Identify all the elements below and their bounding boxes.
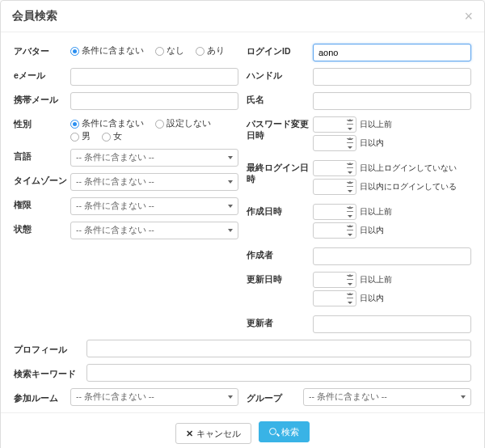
lastlogin-before-spinner[interactable] <box>313 160 356 176</box>
left-column: アバター 条件に含まない なし あり eメール 携帯メール 性別 <box>14 44 238 340</box>
updated-within-spinner[interactable] <box>313 290 356 306</box>
role-label: 権限 <box>14 197 70 211</box>
close-icon[interactable]: × <box>464 9 473 23</box>
handle-input[interactable] <box>313 68 471 86</box>
updated-before-spinner[interactable] <box>313 272 356 288</box>
avatar-radio-none[interactable]: なし <box>155 45 184 57</box>
pwchange-within-spinner[interactable] <box>313 135 356 151</box>
updater-label: 更新者 <box>247 315 313 329</box>
group-select[interactable]: -- 条件に含まない -- <box>303 388 471 406</box>
loginid-input[interactable] <box>313 44 471 61</box>
x-icon: ✕ <box>186 429 193 439</box>
search-button[interactable]: 検索 <box>259 421 310 442</box>
modal-title: 会員検索 <box>12 9 57 23</box>
gender-radio-female[interactable]: 女 <box>102 131 122 142</box>
creator-label: 作成者 <box>247 247 313 261</box>
updater-input[interactable] <box>313 315 471 333</box>
timezone-label: タイムゾーン <box>14 173 70 187</box>
profile-label: プロフィール <box>14 342 86 356</box>
profile-input[interactable] <box>86 340 471 357</box>
avatar-radio-yes[interactable]: あり <box>196 45 225 57</box>
handle-label: ハンドル <box>247 68 313 82</box>
status-select[interactable]: -- 条件に含まない -- <box>70 222 238 239</box>
room-label: 参加ルーム <box>14 391 70 404</box>
keyword-input[interactable] <box>86 364 471 382</box>
pwchange-label: パスワード変更日時 <box>247 116 313 141</box>
created-label: 作成日時 <box>247 204 313 218</box>
email-label: eメール <box>14 68 70 82</box>
avatar-radio-group: 条件に含まない なし あり <box>70 44 238 57</box>
created-within-spinner[interactable] <box>313 222 356 239</box>
search-icon <box>269 428 278 437</box>
mobile-input[interactable] <box>70 92 238 110</box>
modal-body: アバター 条件に含まない なし あり eメール 携帯メール 性別 <box>1 32 484 412</box>
created-before-spinner[interactable] <box>313 204 356 220</box>
avatar-label: アバター <box>14 44 70 57</box>
name-input[interactable] <box>313 92 471 110</box>
name-label: 氏名 <box>247 92 313 106</box>
timezone-select[interactable]: -- 条件に含まない -- <box>70 173 238 191</box>
modal-header: 会員検索 × <box>1 1 484 32</box>
group-label: グループ <box>247 391 303 404</box>
role-select[interactable]: -- 条件に含まない -- <box>70 197 238 215</box>
room-select[interactable]: -- 条件に含まない -- <box>70 388 238 406</box>
avatar-radio-exclude[interactable]: 条件に含まない <box>70 45 144 57</box>
gender-radio-group: 条件に含まない 設定しない 男 女 <box>70 116 238 142</box>
keyword-label: 検索キーワード <box>14 366 86 380</box>
email-input[interactable] <box>70 68 238 86</box>
gender-radio-unset[interactable]: 設定しない <box>155 118 211 129</box>
updated-label: 更新日時 <box>247 272 313 285</box>
gender-radio-male[interactable]: 男 <box>70 131 91 142</box>
language-label: 言語 <box>14 149 70 163</box>
loginid-label: ログインID <box>247 44 313 57</box>
language-select[interactable]: -- 条件に含まない -- <box>70 149 238 167</box>
member-search-modal: 会員検索 × アバター 条件に含まない なし あり eメール <box>0 0 485 448</box>
cancel-button[interactable]: ✕キャンセル <box>175 423 251 444</box>
gender-label: 性別 <box>14 116 70 130</box>
modal-footer: ✕キャンセル 検索 <box>1 412 484 448</box>
lastlogin-within-spinner[interactable] <box>313 179 356 195</box>
creator-input[interactable] <box>313 247 471 265</box>
lastlogin-label: 最終ログイン日時 <box>247 160 313 184</box>
mobile-label: 携帯メール <box>14 92 70 106</box>
pwchange-before-spinner[interactable] <box>313 116 356 133</box>
right-column: ログインID ハンドル 氏名 パスワード変更日時 日以上前 日以内 <box>247 44 471 340</box>
gender-radio-exclude[interactable]: 条件に含まない <box>70 118 144 129</box>
status-label: 状態 <box>14 222 70 235</box>
